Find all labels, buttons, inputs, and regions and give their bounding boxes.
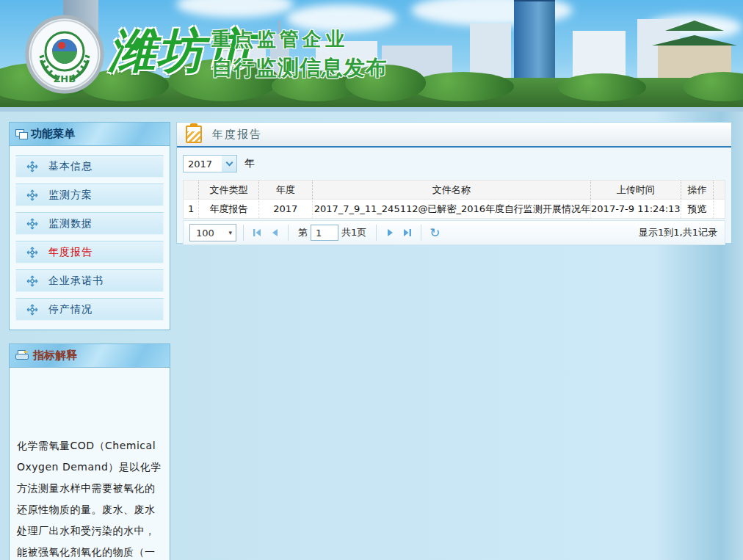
previous-page-button[interactable] (268, 226, 281, 239)
year-filter-row: 2017 年 (183, 153, 725, 174)
banner-subtitle: 重点监管企业 自行监测信息发布 (211, 26, 388, 83)
banner-subtitle-line2: 自行监测信息发布 (211, 54, 388, 83)
divider (421, 225, 421, 241)
divider (243, 225, 244, 241)
indicator-explanation-panel: 指标解释 化学需氧量COD（Chemical Oxygen Demand）是以化… (9, 343, 170, 560)
year-select[interactable]: 2017 (183, 155, 237, 172)
divider (376, 225, 377, 241)
cell-file-name: 2017_7_9_11_245112@已解密_2016年度自行监测开展情况年 (312, 200, 590, 219)
sidebar-item-annual-report[interactable]: 年度报告 (15, 241, 164, 263)
river-strip (0, 107, 743, 112)
compass-arrows-icon (26, 161, 38, 172)
indicator-body: 化学需氧量COD（Chemical Oxygen Demand）是以化学方法测量… (10, 435, 170, 560)
clipboard-icon (186, 126, 202, 143)
function-menu-title: 功能菜单 (31, 127, 75, 141)
header-index (184, 181, 199, 200)
sidebar-item-label: 年度报告 (48, 246, 93, 259)
total-pages-label: 共1页 (341, 226, 366, 239)
windows-icon (15, 129, 28, 139)
header-file-type: 文件类型 (199, 181, 259, 200)
cloud (176, 0, 294, 18)
tree (411, 72, 514, 101)
tree (558, 73, 646, 101)
sidebar-item-label: 监测数据 (48, 217, 93, 230)
first-page-button[interactable] (250, 226, 264, 239)
sidebar-item-basic-info[interactable]: 基本信息 (15, 155, 164, 178)
annual-report-table: 文件类型 年度 文件名称 上传时间 操作 1 年度报告 2017 2017_7_… (183, 180, 725, 219)
banner-subtitle-line1: 重点监管企业 (211, 26, 388, 52)
dropdown-arrow-icon: ▾ (228, 229, 236, 236)
header-year: 年度 (259, 181, 313, 200)
function-menu-panel: 功能菜单 基本信息 监测方案 (9, 122, 170, 330)
blue-tower (514, 0, 555, 87)
cell-upload-time: 2017-7-9 11:24:13 (591, 200, 681, 219)
menu-body: 基本信息 监测方案 监测数据 (10, 146, 170, 335)
cell-file-type: 年度报告 (199, 200, 259, 219)
header-upload-time: 上传时间 (591, 181, 681, 200)
year-label: 年 (244, 157, 255, 170)
preview-link[interactable]: 预览 (681, 200, 714, 219)
record-count-summary: 显示1到1,共1记录 (639, 226, 717, 239)
indicator-explanation-header: 指标解释 (10, 344, 170, 368)
table-row: 1 年度报告 2017 2017_7_9_11_245112@已解密_2016年… (184, 200, 725, 219)
compass-arrows-icon (26, 189, 38, 201)
page-prefix-label: 第 (298, 226, 308, 239)
banner: ZHB 潍坊市 重点监管企业 自行监测信息发布 (0, 0, 743, 112)
sidebar-item-label: 停产情况 (48, 303, 93, 316)
logo-zhb-text: ZHB (54, 73, 76, 84)
sidebar-item-commitment-letter[interactable]: 企业承诺书 (15, 269, 164, 292)
header-operation: 操作 (681, 181, 714, 200)
refresh-icon[interactable]: ↻ (430, 225, 440, 240)
table-header-row: 文件类型 年度 文件名称 上传时间 操作 (184, 181, 725, 200)
annual-report-header: 年度报告 (177, 123, 731, 148)
page-size-value: 100 (190, 228, 228, 239)
sidebar-item-production-stoppage[interactable]: 停产情况 (15, 298, 164, 321)
annual-report-body: 2017 年 文件类型 年度 文件名称 上传时间 操作 1 年度报告 2017 … (177, 148, 731, 245)
header-empty (714, 181, 725, 200)
sidebar-item-label: 企业承诺书 (48, 274, 104, 288)
sidebar-item-monitoring-plan[interactable]: 监测方案 (15, 183, 164, 206)
compass-arrows-icon (26, 275, 38, 287)
sidebar-item-monitoring-data[interactable]: 监测数据 (15, 212, 164, 235)
year-select-value: 2017 (184, 159, 222, 170)
cell-index: 1 (184, 200, 199, 219)
last-page-button[interactable] (401, 226, 414, 239)
header-file-name: 文件名称 (312, 181, 590, 200)
printer-icon (15, 350, 29, 361)
pagination-bar: 100 ▾ 第 共1页 ↻ 显示1到1, (183, 220, 725, 245)
compass-arrows-icon (26, 304, 38, 316)
indicator-explanation-title: 指标解释 (33, 349, 77, 363)
compass-arrows-icon (26, 218, 38, 230)
environmental-bureau-logo: ZHB (25, 15, 104, 94)
chevron-down-icon[interactable] (222, 156, 236, 172)
divider (288, 225, 289, 241)
page-number-input[interactable] (311, 225, 338, 241)
page-size-select[interactable]: 100 ▾ (189, 224, 236, 241)
next-page-button[interactable] (383, 226, 396, 239)
annual-report-panel: 年度报告 2017 年 文件类型 年度 文件名称 上传时间 操作 1 年度报告 (176, 122, 732, 244)
cod-explanation-text: 化学需氧量COD（Chemical Oxygen Demand）是以化学方法测量… (17, 435, 162, 560)
sidebar-item-label: 基本信息 (48, 160, 93, 173)
sidebar-item-label: 监测方案 (48, 189, 93, 202)
cell-empty (714, 200, 725, 219)
cell-year: 2017 (259, 200, 313, 219)
function-menu-header: 功能菜单 (10, 123, 170, 146)
page-title: 年度报告 (212, 128, 262, 142)
compass-arrows-icon (26, 247, 38, 258)
